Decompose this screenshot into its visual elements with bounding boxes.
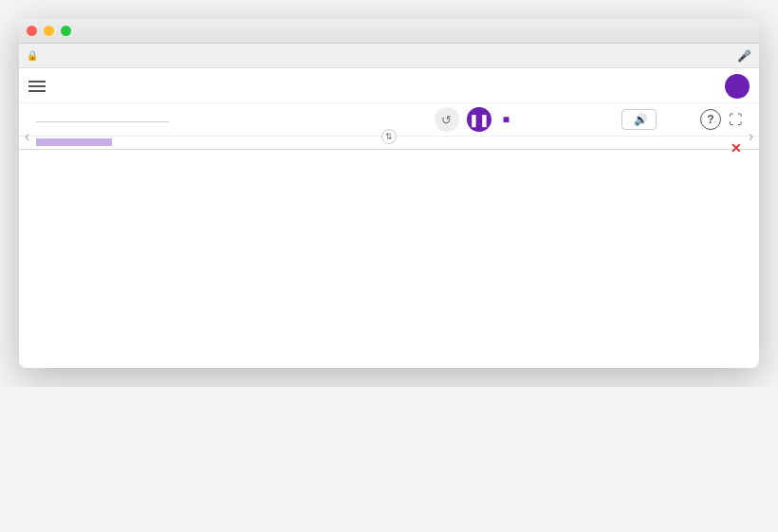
app-header [19,68,759,103]
url-bar[interactable]: 🔒 🎤 [19,44,759,68]
speaker-icon: 🔊 [634,113,648,126]
avatar[interactable] [725,74,750,99]
resize-handle-icon[interactable]: ⇅ [381,129,397,144]
tempo-input[interactable] [521,113,568,127]
fullscreen-icon[interactable]: ⛶ [729,112,742,127]
close-window-icon[interactable] [27,26,37,36]
replay-icon[interactable]: ↺ [435,107,459,132]
sequence-input[interactable] [36,118,169,122]
titlebar [19,19,759,44]
stop-button[interactable]: ■ [499,113,513,126]
mic-icon[interactable]: 🎤 [737,49,751,63]
lock-icon: 🔒 [27,50,38,61]
minimize-window-icon[interactable] [44,26,54,36]
help-icon[interactable]: ? [700,109,721,130]
pane-resizer[interactable]: ⇅ ✕ [19,137,759,150]
pause-button[interactable]: ❚❚ [467,107,491,132]
browser-window: 🔒 🎤 ↺ ❚❚ ■ 🔊 [19,19,759,368]
maximize-window-icon[interactable] [61,26,71,36]
pitch-chart [19,150,759,368]
menu-icon[interactable] [28,81,46,92]
reference-pitch-selector[interactable]: 🔊 [621,109,657,130]
playhead-indicator [36,138,112,146]
